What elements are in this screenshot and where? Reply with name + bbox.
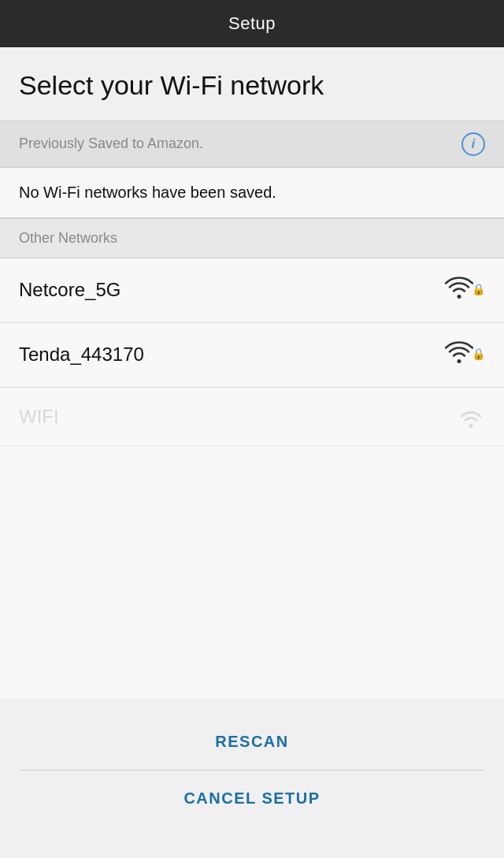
previously-saved-section-header: Previously Saved to Amazon. i [0,121,504,168]
other-networks-label: Other Networks [19,230,117,246]
rescan-button[interactable]: RESCAN [19,714,485,770]
network-name: Netcore_5G [19,279,120,301]
header-title: Setup [228,13,276,34]
network-item[interactable]: Netcore_5G 🔒 [0,258,504,323]
other-networks-header: Other Networks [0,218,504,258]
network-name: Tenda_443170 [19,344,144,366]
lock-icon: 🔒 [472,347,485,360]
no-networks-text: No Wi-Fi networks have been saved. [0,168,504,218]
buttons-section: RESCAN CANCEL SETUP [0,698,504,858]
wifi-lock-icon: 🔒 [445,276,485,305]
wifi-signal-icon [457,405,485,429]
wifi-signal-icon [445,340,473,370]
previously-saved-label: Previously Saved to Amazon. [19,136,203,152]
content: Select your Wi-Fi network Previously Sav… [0,47,504,858]
wifi-signal-icon [445,276,473,305]
info-icon[interactable]: i [461,132,485,156]
network-item[interactable]: Tenda_443170 🔒 [0,323,504,388]
network-item[interactable]: WIFI [0,388,504,447]
lock-icon: 🔒 [472,283,485,295]
network-list: Netcore_5G 🔒 Tenda_443170 [0,258,504,698]
network-name: WIFI [19,406,59,428]
page-title: Select your Wi-Fi network [0,47,504,121]
cancel-setup-button[interactable]: CANCEL SETUP [19,771,485,826]
wifi-lock-icon: 🔒 [445,340,485,370]
header: Setup [0,0,504,47]
